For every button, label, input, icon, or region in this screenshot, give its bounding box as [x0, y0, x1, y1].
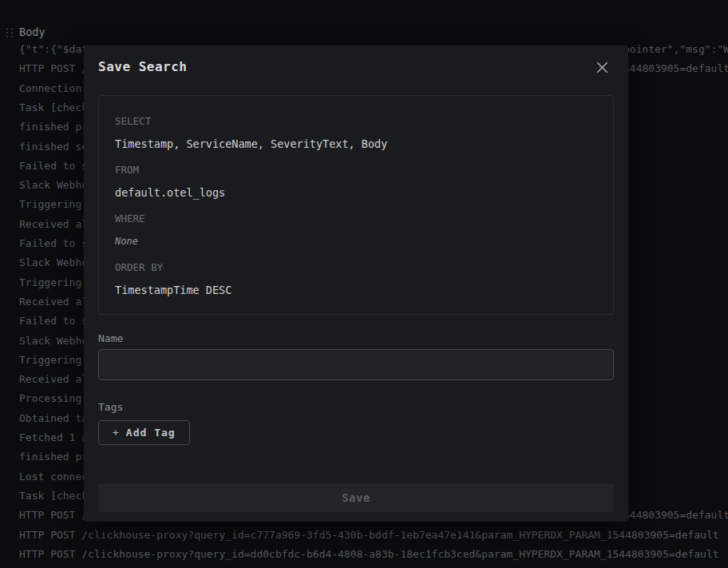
dialog-title: Save Search [98, 58, 187, 76]
order-by-label: ORDER BY [115, 261, 597, 273]
plus-icon: + [113, 427, 119, 439]
save-button[interactable]: Save [98, 483, 614, 512]
save-search-dialog: Save Search SELECT Timestamp, ServiceNam… [84, 46, 628, 522]
select-label: SELECT [115, 115, 597, 127]
where-value: None [115, 236, 597, 247]
where-label: WHERE [115, 213, 597, 224]
query-summary-box: SELECT Timestamp, ServiceName, SeverityT… [98, 95, 614, 315]
close-button[interactable] [593, 58, 611, 76]
select-value: Timestamp, ServiceName, SeverityText, Bo… [115, 138, 597, 150]
dialog-header: Save Search [98, 58, 614, 76]
from-value: default.otel_logs [115, 187, 597, 199]
name-input[interactable] [98, 349, 614, 380]
order-by-value: TimestampTime DESC [115, 284, 597, 296]
save-search-dialog-overlay: Save Search SELECT Timestamp, ServiceNam… [0, 0, 728, 568]
name-label: Name [98, 332, 614, 344]
add-tag-label: Add Tag [126, 427, 176, 439]
close-icon [596, 62, 608, 73]
add-tag-button[interactable]: + Add Tag [98, 420, 190, 445]
tags-label: Tags [98, 401, 614, 413]
from-label: FROM [115, 164, 597, 176]
